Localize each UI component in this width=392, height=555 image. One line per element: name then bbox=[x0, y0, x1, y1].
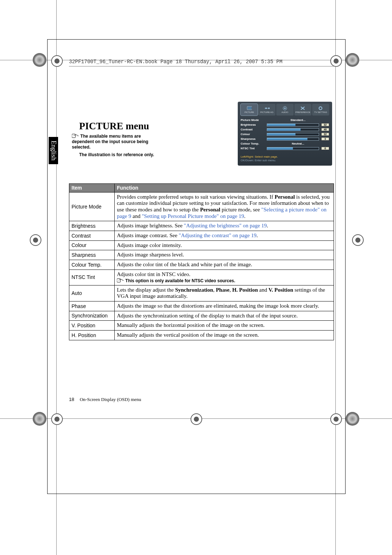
table-row: ContrastAdjusts image contrast. See "Adj… bbox=[69, 231, 334, 240]
item-cell: Picture Mode bbox=[69, 192, 115, 221]
table-row: BrightnessAdjusts image brightness. See … bbox=[69, 221, 334, 231]
item-cell: V. Position bbox=[69, 321, 115, 331]
document-header: 32PF1700T_96_Tuner-RC-EN.book Page 18 Th… bbox=[69, 59, 338, 66]
table-row: H. PositionManually adjusts the vertical… bbox=[69, 330, 334, 340]
table-row: ColourAdjusts image color intensity. bbox=[69, 240, 334, 250]
function-cell: Adjusts image sharpness level. bbox=[115, 250, 334, 260]
function-table: Item Function Picture ModeProvides compl… bbox=[69, 183, 334, 340]
item-cell: Auto bbox=[69, 285, 115, 301]
item-cell: Phase bbox=[69, 301, 115, 311]
crop-ornament bbox=[346, 53, 359, 67]
function-cell: Adjusts the color tint of the black and … bbox=[115, 260, 334, 270]
page-number: 18 bbox=[69, 397, 74, 402]
function-cell: Adjusts image contrast. See "Adjusting t… bbox=[115, 231, 334, 240]
sliders-icon bbox=[265, 106, 270, 110]
col-function: Function bbox=[115, 184, 334, 193]
function-cell: Adjusts the synchronization setting of t… bbox=[115, 311, 334, 321]
table-row: AutoLets the display adjust the Synchron… bbox=[69, 285, 334, 301]
table-row: NTSC TintAdjusts color tint in NTSC vide… bbox=[69, 270, 334, 285]
osd-hints: Left/Right: Select main page. OK/Down: E… bbox=[241, 155, 329, 163]
function-cell: Adjusts image brightness. See "Adjusting… bbox=[115, 221, 334, 231]
table-row: SharpnessAdjusts image sharpness level. bbox=[69, 250, 334, 260]
osd-tab-picture-ad: PICTURE AD. bbox=[258, 104, 275, 116]
language-tab: English bbox=[49, 137, 58, 164]
col-item: Item bbox=[69, 184, 115, 193]
note-icon bbox=[72, 134, 78, 138]
table-row: PhaseAdjusts the image so that the disto… bbox=[69, 301, 334, 311]
osd-row-ntsc-tint: NTSC Tint 0 bbox=[241, 146, 329, 151]
crop-ornament bbox=[346, 412, 359, 426]
item-cell: Synchronization bbox=[69, 311, 115, 321]
osd-slider bbox=[267, 138, 319, 141]
table-row: V. PositionManually adjusts the horizont… bbox=[69, 321, 334, 331]
osd-tab-audio: AUDIO bbox=[276, 104, 293, 116]
osd-row-picture-mode: Picture Mode Standard... bbox=[241, 118, 329, 122]
svg-point-6 bbox=[284, 108, 286, 109]
note-block: The available menu items are dependent o… bbox=[72, 134, 155, 158]
registration-mark bbox=[30, 234, 41, 246]
item-cell: Colour Temp. bbox=[69, 260, 115, 270]
registration-mark bbox=[352, 234, 364, 246]
page-title: PICTURE menu bbox=[79, 121, 149, 132]
note-icon bbox=[117, 278, 123, 283]
item-cell: Contrast bbox=[69, 231, 115, 240]
osd-tab-tvsetting: TV SETTING bbox=[312, 104, 329, 116]
osd-tab-picture: PICTURE bbox=[241, 104, 258, 116]
page-footer: 18 On-Screen Display (OSD) menu bbox=[69, 397, 141, 402]
osd-row-colour: Colour 32 bbox=[241, 132, 329, 137]
osd-row-brightness: Brightness 32 bbox=[241, 122, 329, 127]
crop-ornament bbox=[33, 412, 46, 426]
function-cell: Lets the display adjust the Synchronizat… bbox=[115, 285, 334, 301]
item-cell: Colour bbox=[69, 240, 115, 250]
table-row: Colour Temp.Adjusts the color tint of th… bbox=[69, 260, 334, 270]
osd-tabs: PICTURE PICTURE AD. AUDIO PREFERENCE bbox=[241, 104, 329, 116]
function-cell: Manually adjusts the vertical position o… bbox=[115, 330, 334, 340]
osd-row-sharpness: Sharpness 3 bbox=[241, 137, 329, 141]
picture-icon bbox=[247, 106, 252, 110]
osd-tab-preference: PREFERENCE bbox=[294, 104, 311, 116]
function-cell: Manually adjusts the horizontal position… bbox=[115, 321, 334, 331]
item-cell: NTSC Tint bbox=[69, 270, 115, 285]
section-name: On-Screen Display (OSD) menu bbox=[80, 397, 141, 402]
function-cell: Provides complete preferred setups to su… bbox=[115, 192, 334, 221]
crop-ornament bbox=[33, 53, 46, 67]
osd-slider bbox=[267, 123, 319, 126]
svg-rect-1 bbox=[248, 107, 252, 109]
item-cell: H. Position bbox=[69, 330, 115, 340]
osd-slider bbox=[267, 128, 319, 131]
svg-point-13 bbox=[123, 280, 123, 281]
item-cell: Sharpness bbox=[69, 250, 115, 260]
osd-row-contrast: Contrast 40 bbox=[241, 127, 329, 132]
function-cell: Adjusts color tint in NTSC video. This o… bbox=[115, 270, 334, 285]
function-cell: Adjusts image color intensity. bbox=[115, 240, 334, 250]
item-cell: Brightness bbox=[69, 221, 115, 231]
svg-point-9 bbox=[319, 107, 322, 110]
svg-point-11 bbox=[78, 135, 78, 136]
osd-slider bbox=[267, 133, 319, 136]
table-row: SynchronizationAdjusts the synchronizati… bbox=[69, 311, 334, 321]
osd-screenshot: PICTURE PICTURE AD. AUDIO PREFERENCE bbox=[238, 102, 332, 166]
gear-icon bbox=[318, 106, 323, 110]
tools-icon bbox=[300, 106, 305, 110]
osd-slider bbox=[267, 147, 319, 150]
osd-row-colour-temp: Colour Temp. Neutral... bbox=[241, 141, 329, 146]
audio-icon bbox=[282, 106, 287, 110]
function-cell: Adjusts the image so that the distortion… bbox=[115, 301, 334, 311]
table-row: Picture ModeProvides complete preferred … bbox=[69, 192, 334, 221]
